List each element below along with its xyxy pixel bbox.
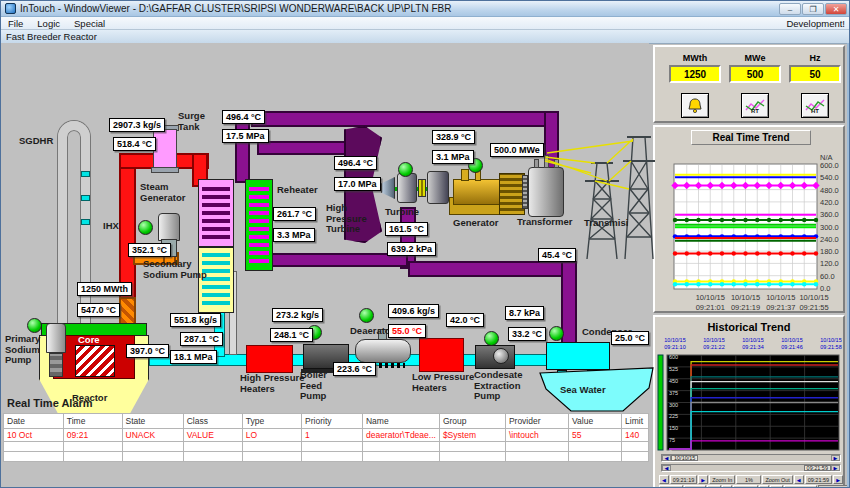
alarm-cell: deaerator\Tdeae... [362,429,439,442]
metrics-panel: MWth1250MWe500RTHz50HT [653,45,845,123]
restore-button[interactable]: ❐ [802,3,824,15]
historical-trend-icon[interactable]: HT [801,93,829,118]
alarm-cell: 1 [302,429,363,442]
metric-label: Hz [789,53,841,63]
equipment-label: Low Pressure Heaters [412,372,474,393]
status-lamp-icon [27,318,42,333]
equipment-label: Transmisi [584,218,628,229]
svg-text:09:21:22: 09:21:22 [703,344,724,350]
alarm-empty-row [4,442,649,452]
alarm-column-header: Group [439,414,505,429]
alarm-cell: 09:21 [63,429,122,442]
pipe-hot-sodium-riser [119,153,136,303]
svg-text:60.0: 60.0 [820,272,835,281]
menu-special[interactable]: Special [67,18,112,29]
condensate-extraction-pump-motor [493,348,509,364]
value-box: 409.6 kg/s [388,304,439,318]
value-box: 161.5 °C [385,222,428,236]
value-box: 639.2 kPa [387,242,436,256]
svg-text:300.0: 300.0 [820,223,839,232]
svg-text:10/10/15: 10/10/15 [696,293,725,302]
svg-text:10/10/15: 10/10/15 [703,337,724,343]
historical-trend-scrollbar-time[interactable]: ◀ 09:21:59 ▶ [661,464,841,472]
value-box: 261.7 °C [273,207,316,221]
equipment-label: Surge Tank [178,111,205,132]
alarm-empty-row [4,452,649,462]
alarm-column-header: Priority [302,414,363,429]
hist-control--[interactable]: ▶ [833,475,843,484]
status-lamp-icon [398,162,413,177]
svg-text:10/10/15: 10/10/15 [664,337,685,343]
alarm-row[interactable]: 10 Oct09:21UNACKVALUELO1deaerator\Tdeae.… [4,429,649,442]
alarm-column-header: Value [569,414,622,429]
value-box: 352.1 °C [128,243,171,257]
equipment-label: Reheater [277,185,318,196]
equipment-label: High Pressure Turbine [326,203,367,235]
real-time-trend-chart: N/A600.0540.0480.0420.0360.0300.0240.018… [655,145,843,313]
value-box: 25.0 °C [611,331,649,345]
value-box: 496.4 °C [222,110,265,124]
svg-text:600: 600 [669,354,678,360]
equipment-label: IHX [103,221,119,232]
menu-logic[interactable]: Logic [30,18,67,29]
scrollbar-date-chip[interactable]: 10/10/15 [671,455,698,461]
historical-trend-scrollbar-date[interactable]: ◀ 10/10/15 ▶ [661,454,841,462]
hist-control-09-21-59[interactable]: 09:21:59 [805,475,832,484]
title-bar: InTouch - WindowViewer - D:\GAFFAR CLUST… [1,1,850,17]
value-box: 273.2 kg/s [272,308,323,322]
value-box: 8.7 kPa [505,306,544,320]
svg-text:10/10/15: 10/10/15 [742,337,763,343]
scrollbar-left-arrow-icon[interactable]: ◀ [662,465,671,471]
value-box: 518.4 °C [113,137,156,151]
metric-label: MWth [669,53,721,63]
alarm-column-header: State [122,414,183,429]
alarm-column-header: Provider [505,414,568,429]
real-time-trend-icon[interactable]: RT [741,93,769,118]
value-box: 223.6 °C [333,362,376,376]
tab-fast-breeder-reactor[interactable]: Fast Breeder Reactor [1,30,850,44]
real-time-alarm-table[interactable]: DateTimeStateClassTypePriorityNameGroupP… [3,413,649,462]
status-lamp-icon [138,220,153,235]
menu-file[interactable]: File [1,18,30,29]
scrollbar-right-arrow-icon[interactable]: ▶ [831,455,840,461]
value-box: 55.0 °C [388,324,426,338]
alarm-column-header: Date [4,414,64,429]
surge-tank [153,129,177,169]
svg-text:480.0: 480.0 [820,186,839,195]
alarm-cell: \intouch [505,429,568,442]
status-lamp-icon [484,331,499,346]
scrollbar-right-arrow-icon[interactable]: ▶ [831,465,840,471]
scrollbar-left-arrow-icon[interactable]: ◀ [662,455,671,461]
pipe-reheat-crossover [257,141,349,155]
metric-label: MWe [729,53,781,63]
status-lamp-icon [549,326,564,341]
hist-control-zoom-in[interactable]: Zoom In [709,475,735,484]
svg-text:180.0: 180.0 [820,247,839,256]
hist-control--[interactable]: ◀ [794,475,804,484]
alarm-column-header: Class [183,414,242,429]
minimize-button[interactable]: – [779,3,801,15]
hist-control--[interactable]: ▶ [698,475,708,484]
reheater-coil [249,183,269,267]
alarm-cell: 55 [569,429,622,442]
hist-control-zoom-out[interactable]: Zoom Out [762,475,792,484]
svg-text:09:21:58: 09:21:58 [820,344,841,350]
alarm-bell-icon[interactable] [681,93,709,118]
transmission-towers [521,89,657,261]
deaerator-tank [355,339,411,363]
steam-generator-hot-section [198,179,234,247]
equipment-label: Generator [453,218,498,229]
turbine-lp-casing [427,171,449,204]
alarm-column-header: Type [242,414,301,429]
hist-control--[interactable]: ◀ [659,475,669,484]
hist-control-1-[interactable]: 1% [736,475,761,484]
equipment-label: Reactor [72,393,107,404]
value-box: 547.0 °C [77,303,120,317]
hist-control-09-21-19[interactable]: 09:21:19 [670,475,697,484]
value-box: 500.0 MWe [490,143,544,157]
value-box: 328.9 °C [432,130,475,144]
equipment-label: Secondary Sodium Pump [143,259,207,280]
value-box: 45.4 °C [538,248,576,262]
scrollbar-time-chip[interactable]: 09:21:59 [804,465,831,471]
close-button[interactable]: ✕ [825,3,847,15]
